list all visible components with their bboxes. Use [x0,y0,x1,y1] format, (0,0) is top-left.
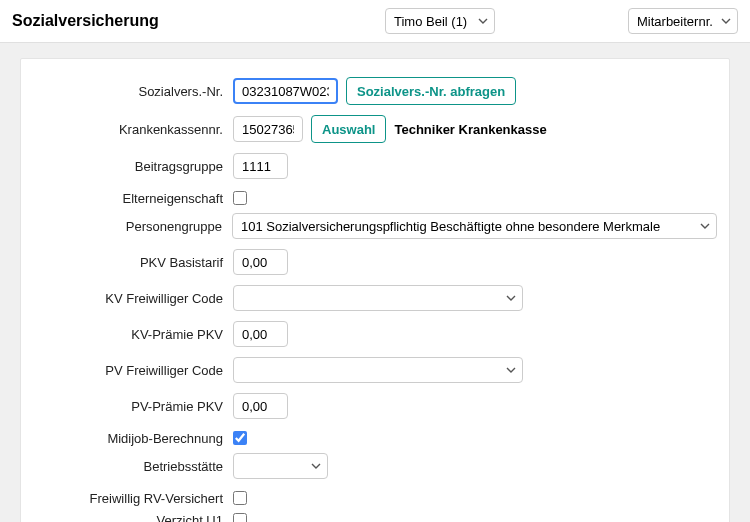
button-svnr-query[interactable]: Sozialvers.-Nr. abfragen [346,77,516,105]
select-pv-code[interactable] [233,357,523,383]
row-beitragsgruppe: Beitragsgruppe [33,153,717,179]
label-kv-code: KV Freiwilliger Code [33,291,233,306]
page-header: Sozialversicherung Timo Beil (1) Mitarbe… [0,0,750,43]
row-pv-code: PV Freiwilliger Code [33,357,717,383]
label-kv-praemie: KV-Prämie PKV [33,327,233,342]
row-kk: Krankenkassennr. Auswahl Techniker Krank… [33,115,717,143]
row-pgruppe: Personengruppe 101 Sozialversicherungspf… [33,213,717,239]
row-betriebsstaette: Betriebsstätte [33,453,717,479]
row-pv-praemie: PV-Prämie PKV [33,393,717,419]
label-pkv-basis: PKV Basistarif [33,255,233,270]
select-betriebsstaette[interactable] [233,453,328,479]
label-pv-code: PV Freiwilliger Code [33,363,233,378]
checkbox-rv[interactable] [233,491,247,505]
row-midijob: Midijob-Berechnung [33,429,717,447]
input-kk[interactable] [233,116,303,142]
input-svnr[interactable] [233,78,338,104]
pgruppe-select-wrap: 101 Sozialversicherungspflichtig Beschäf… [232,213,717,239]
select-pgruppe[interactable]: 101 Sozialversicherungspflichtig Beschäf… [232,213,717,239]
row-u1: Verzicht U1 [33,511,717,522]
row-eltern: Elterneigenschaft [33,189,717,207]
select-kv-code[interactable] [233,285,523,311]
checkbox-eltern[interactable] [233,191,247,205]
page-title: Sozialversicherung [12,12,252,30]
pv-code-select-wrap [233,357,523,383]
label-pgruppe: Personengruppe [33,219,232,234]
label-pv-praemie: PV-Prämie PKV [33,399,233,414]
label-midijob: Midijob-Berechnung [33,431,233,446]
betriebsstaette-select-wrap [233,453,328,479]
sort-select[interactable]: Mitarbeiternr. [628,8,738,34]
header-right: Mitarbeiternr. [628,8,738,34]
input-beitragsgruppe[interactable] [233,153,288,179]
label-beitragsgruppe: Beitragsgruppe [33,159,233,174]
button-kk-select[interactable]: Auswahl [311,115,386,143]
label-betriebsstaette: Betriebsstätte [33,459,233,474]
form-panel: Sozialvers.-Nr. Sozialvers.-Nr. abfragen… [20,58,730,522]
label-eltern: Elterneigenschaft [33,191,233,206]
kk-name: Techniker Krankenkasse [394,122,546,137]
label-kk: Krankenkassennr. [33,122,233,137]
row-pkv-basis: PKV Basistarif [33,249,717,275]
row-svnr: Sozialvers.-Nr. Sozialvers.-Nr. abfragen [33,77,717,105]
row-kv-praemie: KV-Prämie PKV [33,321,717,347]
employee-select[interactable]: Timo Beil (1) [385,8,495,34]
input-pv-praemie[interactable] [233,393,288,419]
kv-code-select-wrap [233,285,523,311]
label-rv: Freiwillig RV-Versichert [33,491,233,506]
sort-select-wrap: Mitarbeiternr. [628,8,738,34]
employee-select-wrap: Timo Beil (1) [385,8,495,34]
input-pkv-basis[interactable] [233,249,288,275]
row-kv-code: KV Freiwilliger Code [33,285,717,311]
row-rv: Freiwillig RV-Versichert [33,489,717,507]
input-kv-praemie[interactable] [233,321,288,347]
label-svnr: Sozialvers.-Nr. [33,84,233,99]
checkbox-midijob[interactable] [233,431,247,445]
checkbox-u1[interactable] [233,513,247,522]
label-u1: Verzicht U1 [33,513,233,523]
